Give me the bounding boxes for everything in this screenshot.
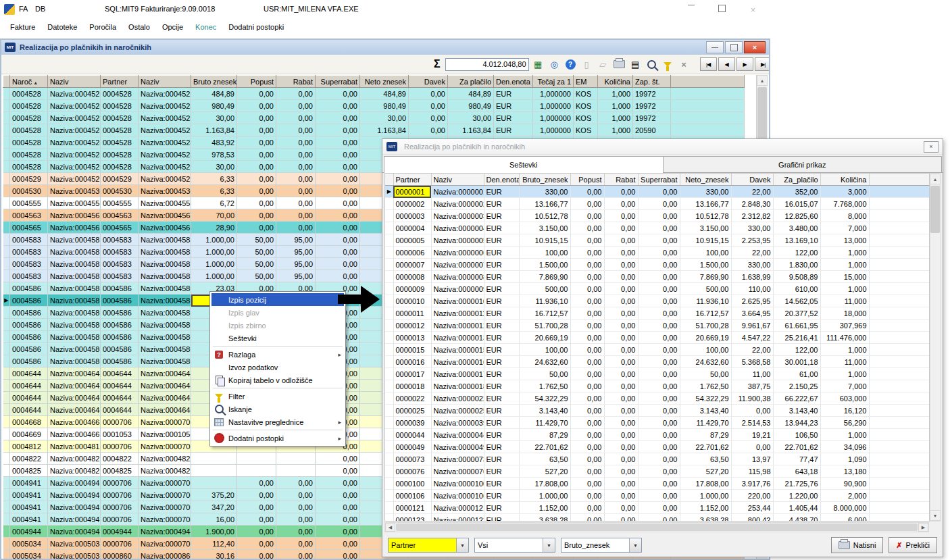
table-row[interactable]: 0000100Naziva:0000100EUR17.808,000,000,0…: [385, 478, 930, 490]
table-row[interactable]: 0000002Naziva:0000002EUR13.166,770,000,0…: [385, 198, 930, 210]
column-header-rabat[interactable]: Rabat: [276, 76, 316, 88]
table-row[interactable]: 0000049Naziva:0000049EUR22.701,620,000,0…: [385, 441, 930, 453]
menu-datoteke[interactable]: Datoteke: [41, 20, 83, 34]
nav-next-button[interactable]: ▶: [736, 57, 753, 71]
menu-poročila[interactable]: Poročila: [83, 20, 122, 34]
column-header-naziv[interactable]: Naziv: [139, 76, 191, 88]
column-header-bruto-znesek[interactable]: Bruto_znesek: [519, 174, 570, 186]
table-row[interactable]: 0000006Naziva:0000006EUR100,000,000,000,…: [385, 247, 930, 259]
column-header-neto-znesek[interactable]: Neto_znesek: [680, 174, 731, 186]
scroll-down-icon[interactable]: ▼: [930, 510, 941, 521]
menu-item-razlaga[interactable]: ?Razlaga▸: [211, 348, 344, 361]
table-row[interactable]: 0000008Naziva:0000008EUR7.869,900,000,00…: [385, 271, 930, 283]
column-header-partner[interactable]: Partner: [393, 174, 431, 186]
table-row[interactable]: 0000017Naziva:0000017EUR50,000,000,000,0…: [385, 368, 930, 380]
sort-field-combo[interactable]: Bruto_znesek ▼: [561, 538, 642, 553]
table-row[interactable]: 0000007Naziva:0000007EUR1.500,000,000,00…: [385, 259, 930, 271]
column-header-neto-znesek[interactable]: Neto znesek: [360, 76, 409, 88]
table-row[interactable]: 0000073Naziva:0000073EUR63,500,000,000,0…: [385, 453, 930, 465]
menu-item-iskanje[interactable]: Iskanje: [211, 403, 344, 415]
column-header-zap-št[interactable]: Zap. št.: [633, 76, 671, 88]
menu-item-seštevki[interactable]: Seštevki: [211, 332, 344, 345]
table-row[interactable]: 0004528Naziva:00045280004528Naziva:00045…: [3, 88, 745, 100]
table-row[interactable]: 0004528Naziva:00045280004528Naziva:00045…: [3, 112, 745, 124]
nav-last-button[interactable]: ▶|: [755, 57, 770, 71]
search-button[interactable]: [645, 57, 659, 71]
column-header-za-plačilo[interactable]: Za_plačilo: [773, 174, 820, 186]
filter-button[interactable]: [661, 57, 675, 71]
print-button[interactable]: Natisni: [831, 537, 884, 553]
scroll-left-icon[interactable]: ◀: [385, 523, 395, 532]
table-row[interactable]: 0000025Naziva:0000025EUR3.143,400,000,00…: [385, 405, 930, 417]
column-header-partner[interactable]: Partner: [101, 76, 139, 88]
menu-item-nastavitve-preglednice[interactable]: Nastavitve preglednice▸: [211, 415, 344, 428]
table-row[interactable]: 0000003Naziva:0000003EUR10.512,780,000,0…: [385, 210, 930, 222]
table-row[interactable]: 0004528Naziva:00045280004528Naziva:00045…: [3, 100, 745, 112]
tab-graficni-prikaz[interactable]: Grafični prikaz: [663, 156, 943, 172]
table-row[interactable]: 0000039Naziva:0000039EUR11.429,700,000,0…: [385, 417, 930, 429]
scrollbar-thumb[interactable]: [930, 186, 940, 233]
table-row[interactable]: ▶0000001Naziva:0000001EUR330,000,000,000…: [385, 186, 930, 198]
column-header-naroč[interactable]: Naroč▲: [10, 76, 48, 88]
menu-item-izpis-glav[interactable]: Izpis glav: [211, 306, 344, 319]
detail-close-button[interactable]: ×: [924, 141, 939, 153]
menu-item-izpis-pozicij[interactable]: Izpis pozicij: [211, 293, 344, 306]
menu-konec[interactable]: Konec: [189, 20, 222, 34]
table-row[interactable]: 0000022Naziva:0000022EUR54.322,290,000,0…: [385, 392, 930, 405]
menu-opcije[interactable]: Opcije: [156, 20, 189, 34]
column-header-popust[interactable]: Popust: [570, 174, 604, 186]
mdi-minimize-button[interactable]: [706, 41, 724, 53]
maximize-button[interactable]: [707, 0, 737, 19]
column-header-naziv[interactable]: Naziv: [48, 76, 101, 88]
column-header-davek[interactable]: Davek: [731, 174, 773, 186]
column-header-tečaj-za-1[interactable]: Tečaj za 1: [533, 76, 574, 88]
column-header-rabat[interactable]: Rabat: [604, 174, 638, 186]
close-button[interactable]: ×: [738, 0, 768, 19]
menu-item-izpis-zbirno[interactable]: Izpis zbirno: [211, 319, 344, 332]
nav-prev-button[interactable]: ◀: [718, 57, 735, 71]
menu-fakture[interactable]: Fakture: [4, 20, 41, 34]
table-row[interactable]: 0000016Naziva:0000016EUR24.632,600,000,0…: [385, 356, 930, 368]
table-row[interactable]: 0000106Naziva:0000106EUR1.000,000,000,00…: [385, 490, 930, 502]
folder-icon[interactable]: ▱: [596, 57, 610, 71]
menu-ostalo[interactable]: Ostalo: [122, 20, 156, 34]
column-header-superrabat[interactable]: Superrabat: [316, 76, 360, 88]
table-row[interactable]: 0000011Naziva:0000011EUR16.712,570,000,0…: [385, 307, 930, 320]
mdi-close-button[interactable]: ×: [744, 41, 766, 53]
table-row[interactable]: 0000010Naziva:0000010EUR11.936,100,000,0…: [385, 295, 930, 307]
menu-item-filter[interactable]: Filter: [211, 390, 344, 403]
table-row[interactable]: 0000012Naziva:0000012EUR51.700,280,000,0…: [385, 320, 930, 332]
nav-first-button[interactable]: |◀: [700, 57, 717, 71]
table-row[interactable]: 0004528Naziva:00045280004528Naziva:00045…: [3, 124, 745, 136]
menu-item-dodatni-postopki[interactable]: Dodatni postopki▸: [211, 432, 344, 444]
table-row[interactable]: 0000121Naziva:0000121EUR1.152,000,000,00…: [385, 502, 930, 514]
table-row[interactable]: 0000018Naziva:0000018EUR1.762,500,000,00…: [385, 380, 930, 392]
column-header-količina[interactable]: Količina: [598, 76, 633, 88]
mdi-restore-button[interactable]: [725, 41, 743, 53]
detail-window-titlebar[interactable]: MIT Realizacija po plačnikih in naročnik…: [382, 139, 943, 155]
table-row[interactable]: 0000044Naziva:0000044EUR87,290,000,000,0…: [385, 429, 930, 441]
help-button[interactable]: ?: [564, 57, 578, 71]
column-header-popust[interactable]: Popust: [237, 76, 276, 88]
column-header-den-enota[interactable]: Den.enota: [484, 174, 519, 186]
document-icon[interactable]: ▯: [580, 57, 594, 71]
menu-dodatni-postopki[interactable]: Dodatni postopki: [222, 20, 290, 34]
scroll-right-icon[interactable]: ▶: [918, 523, 928, 532]
table-row[interactable]: 0000013Naziva:0000013EUR20.669,190,000,0…: [385, 332, 930, 344]
column-header-superrabat[interactable]: Superrabat: [638, 174, 680, 186]
menu-item-izvoz-podatkov[interactable]: Izvoz podatkov: [211, 361, 344, 374]
table-row[interactable]: 0000123Naziva:0000123EUR3.638,280,000,00…: [385, 514, 930, 522]
print-preview-icon[interactable]: ▤: [628, 57, 643, 71]
detail-vertical-scrollbar[interactable]: ▲ ▼: [930, 173, 941, 521]
cancel-button[interactable]: ✗ Prekliči: [889, 537, 937, 553]
column-header-bruto-znesek[interactable]: Bruto znesek: [191, 76, 237, 88]
scope-combo[interactable]: Vsi ▼: [474, 538, 555, 553]
sum-total-field[interactable]: [445, 58, 529, 71]
menu-item-kopiraj-tabelo-v-odložišče[interactable]: Kopiraj tabelo v odložišče: [211, 374, 344, 386]
scroll-up-icon[interactable]: ▲: [930, 174, 941, 184]
minimize-button[interactable]: [676, 0, 706, 19]
table-row[interactable]: 0000005Naziva:0000005EUR10.915,150,000,0…: [385, 234, 930, 247]
column-header-količina[interactable]: Količina: [820, 174, 869, 186]
link-icon[interactable]: ◎: [547, 57, 561, 71]
scrollbar-thumb[interactable]: [396, 524, 918, 531]
